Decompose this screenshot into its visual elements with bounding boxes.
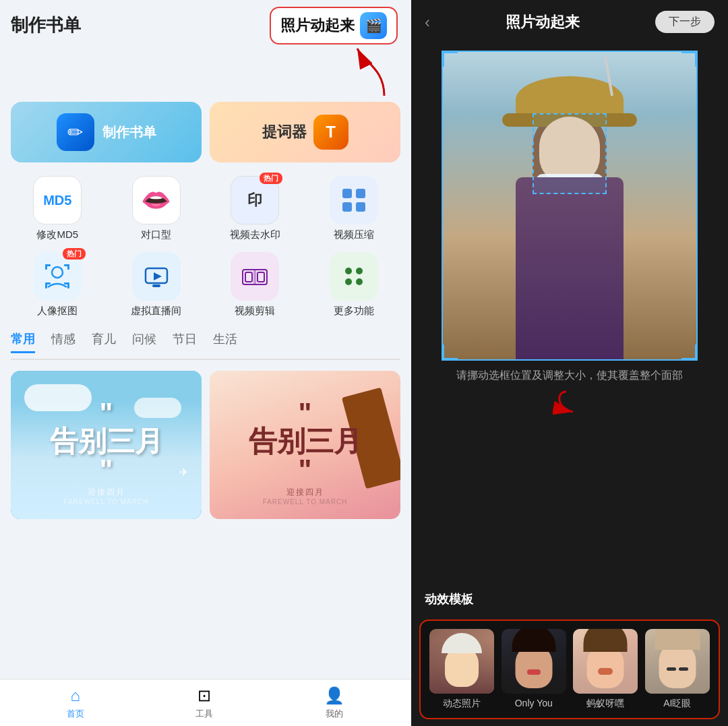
- corner-tl: [442, 51, 458, 67]
- more-icon: [330, 252, 378, 301]
- content-card-sky[interactable]: "告别三月" 迎接四月 FAREWELL TO MARCH ✈: [11, 371, 202, 519]
- template-row: 动态照片 Only You 蚂蚁: [419, 619, 720, 719]
- right-panel: ‹ 照片动起来 下一步: [411, 0, 728, 726]
- svg-point-22: [356, 268, 363, 274]
- highlight-title: 照片动起来: [280, 16, 355, 36]
- feather: [604, 56, 613, 96]
- tab-holiday[interactable]: 节日: [173, 331, 197, 353]
- tool-watermark[interactable]: 印 热门 视频去水印: [208, 176, 302, 241]
- nav-profile[interactable]: 👤 我的: [324, 686, 344, 720]
- tool-watermark-label: 视频去水印: [230, 229, 280, 241]
- card2-sublabel: 迎接四月: [210, 487, 400, 498]
- svg-rect-3: [342, 202, 352, 212]
- svg-point-21: [345, 268, 352, 274]
- card2-english: FAREWELL TO MARCH: [210, 498, 400, 506]
- svg-point-24: [356, 278, 363, 285]
- tool-lip[interactable]: 👄 对口型: [110, 176, 204, 241]
- svg-rect-2: [356, 189, 365, 198]
- highlight-icon: 🎬: [360, 12, 387, 39]
- portrait-hot-badge: 热门: [63, 248, 86, 260]
- template-ant[interactable]: 蚂蚁呀嘿: [572, 629, 639, 710]
- section-label-wrapper: 动效模板: [411, 591, 728, 619]
- template-thumb-1: [429, 629, 494, 694]
- face-selection-box[interactable]: [533, 113, 607, 194]
- svg-rect-11: [45, 283, 47, 289]
- back-button[interactable]: ‹: [425, 13, 430, 32]
- right-title: 照片动起来: [506, 12, 580, 32]
- svg-rect-16: [152, 284, 160, 287]
- left-panel: 制作书单 照片动起来 🎬 ✏ 制作书单 提词器 T MD5: [0, 0, 411, 726]
- featured-card2-icon: T: [313, 115, 348, 150]
- photo-area: 请挪动选框位置及调整大小，使其覆盖整个面部: [411, 44, 728, 591]
- svg-point-23: [345, 278, 352, 285]
- card2-main-text: "告别三月": [210, 399, 400, 484]
- svg-rect-1: [342, 189, 352, 198]
- template-dynamic[interactable]: 动态照片: [429, 629, 495, 710]
- tools-icon: ⊡: [198, 686, 211, 705]
- corner-tr: [681, 51, 698, 67]
- tool-compress[interactable]: 视频压缩: [307, 176, 401, 241]
- portrait-icon: 热门: [33, 252, 82, 301]
- template-thumb-4: [645, 629, 710, 694]
- md5-icon: MD5: [33, 176, 82, 224]
- template-onlyyou[interactable]: Only You: [501, 629, 568, 710]
- template-thumb-2: [502, 629, 566, 694]
- template-label-2: Only You: [515, 698, 553, 708]
- bottom-nav: ⌂ 首页 ⊡ 工具 👤 我的: [0, 679, 411, 726]
- tool-portrait-label: 人像抠图: [37, 305, 78, 317]
- corner-bl: [442, 344, 458, 361]
- tool-portrait[interactable]: 热门 人像抠图: [11, 252, 104, 317]
- nav-home[interactable]: ⌂ 首页: [67, 686, 84, 720]
- highlight-box[interactable]: 照片动起来 🎬: [270, 7, 398, 44]
- tab-parenting[interactable]: 育儿: [92, 331, 116, 353]
- tool-md5[interactable]: MD5 修改MD5: [11, 176, 104, 241]
- profile-icon: 👤: [324, 686, 344, 705]
- tab-emotion[interactable]: 情感: [51, 331, 75, 353]
- page-title: 制作书单: [11, 13, 81, 37]
- tool-virtual-label: 虚拟直播间: [131, 305, 181, 317]
- template-label-4: AI眨眼: [663, 698, 691, 710]
- template-ai[interactable]: AI眨眼: [644, 629, 711, 710]
- hot-badge: 热门: [260, 173, 282, 184]
- videoedit-icon: [231, 252, 279, 301]
- plane-icon: ✈: [179, 466, 188, 479]
- nav-tools[interactable]: ⊡ 工具: [195, 686, 213, 720]
- featured-label: 制作书单: [102, 123, 156, 142]
- tab-life[interactable]: 生活: [213, 331, 237, 353]
- hint-text: 请挪动选框位置及调整大小，使其覆盖整个面部: [456, 369, 683, 383]
- template-thumb-3: [573, 629, 638, 694]
- next-button[interactable]: 下一步: [655, 11, 715, 33]
- svg-marker-15: [154, 272, 162, 280]
- tool-more-label: 更多功能: [334, 305, 374, 317]
- tool-lip-label: 对口型: [141, 229, 171, 241]
- tool-videoedit[interactable]: 视频剪辑: [208, 252, 302, 317]
- featured-icon: ✏: [57, 113, 94, 151]
- profile-label: 我的: [326, 708, 343, 720]
- tool-grid: MD5 修改MD5 👄 对口型 印 热门 视频去水印 视频压缩 热门: [11, 176, 400, 317]
- tool-more[interactable]: 更多功能: [307, 252, 401, 317]
- corner-br: [681, 344, 698, 361]
- template-label-3: 蚂蚁呀嘿: [586, 698, 624, 710]
- painting-background: [443, 52, 696, 359]
- content-card-blossom[interactable]: "告别三月" 迎接四月 FAREWELL TO MARCH: [210, 371, 400, 519]
- content-cards: "告别三月" 迎接四月 FAREWELL TO MARCH ✈ "告别三月" 迎…: [11, 371, 400, 679]
- home-icon: ⌂: [70, 686, 80, 705]
- tool-virtual[interactable]: 虚拟直播间: [110, 252, 204, 317]
- featured-card2-title: 提词器: [262, 122, 307, 142]
- section-title: 动效模板: [425, 591, 715, 607]
- virtual-icon: [132, 252, 181, 301]
- featured-card-2[interactable]: 提词器 T: [210, 102, 400, 162]
- featured-card-1[interactable]: ✏ 制作书单: [11, 102, 202, 162]
- tool-videoedit-label: 视频剪辑: [235, 305, 275, 317]
- home-label: 首页: [67, 708, 84, 720]
- right-header: ‹ 照片动起来 下一步: [411, 0, 728, 44]
- category-tabs: 常用 情感 育儿 问候 节日 生活: [11, 331, 400, 360]
- tool-md5-label: 修改MD5: [36, 229, 78, 241]
- svg-rect-20: [253, 270, 256, 284]
- tab-common[interactable]: 常用: [11, 331, 35, 353]
- featured-area: ✏ 制作书单 提词器 T: [11, 102, 400, 162]
- card1-main-text: "告别三月": [11, 399, 202, 484]
- tab-greeting[interactable]: 问候: [132, 331, 156, 353]
- photo-frame[interactable]: [442, 51, 698, 361]
- card1-english: FAREWELL TO MARCH: [11, 498, 202, 506]
